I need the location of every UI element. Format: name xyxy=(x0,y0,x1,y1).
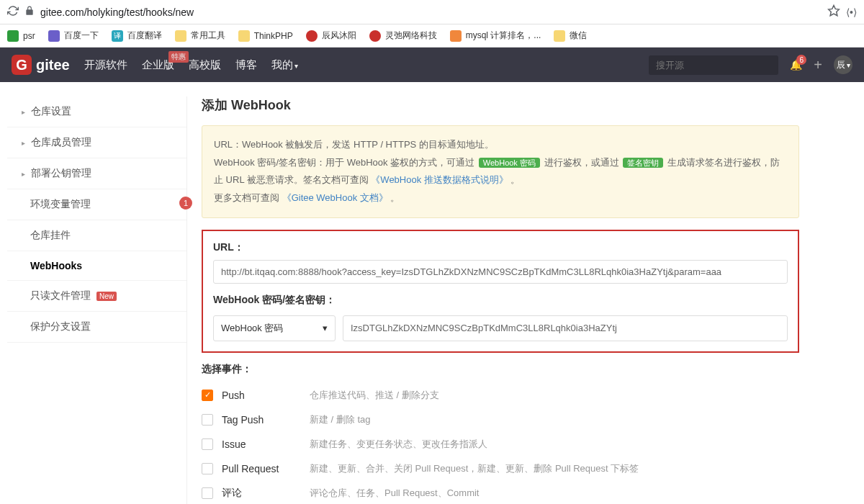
bookmark-label: mysql 计算排名，... xyxy=(466,30,541,42)
url-input[interactable] xyxy=(213,260,788,284)
bookmark-label: ThinkPHP xyxy=(254,31,293,41)
event-row-issue: Issue 新建任务、变更任务状态、更改任务指派人 xyxy=(202,432,799,456)
event-name: Pull Request xyxy=(222,463,301,474)
logo-icon: G xyxy=(12,55,32,75)
auth-type-select[interactable]: WebHook 密码 ▾ xyxy=(213,315,336,341)
sidebar-item-label: 环境变量管理 xyxy=(30,198,91,211)
info-text: 更多文档可查阅 xyxy=(214,192,282,203)
event-name: Issue xyxy=(222,438,301,450)
bookmark-item[interactable]: ThinkPHP xyxy=(238,30,293,42)
checkbox-push[interactable]: ✓ xyxy=(202,390,213,401)
reload-icon[interactable] xyxy=(7,5,19,19)
checkbox-comment[interactable] xyxy=(202,487,213,499)
logo-text: gitee xyxy=(36,57,70,73)
info-text: 。 xyxy=(510,174,520,185)
checkbox-issue[interactable] xyxy=(202,438,213,450)
webhook-password-tag: WebHook 密码 xyxy=(479,158,540,168)
logo[interactable]: G gitee xyxy=(12,55,70,75)
nav-edu[interactable]: 高校版 xyxy=(189,58,221,72)
sidebar-item-label: 仓库挂件 xyxy=(30,229,71,242)
notifications-button[interactable]: 🔔 6 xyxy=(790,59,802,71)
form-highlight-box: URL： WebHook 密码/签名密钥： WebHook 密码 ▾ xyxy=(202,230,799,353)
svg-marker-0 xyxy=(829,6,840,16)
sidebar-item-label: 仓库设置 xyxy=(31,105,71,118)
events-label: 选择事件： xyxy=(202,363,799,376)
bookmark-icon xyxy=(306,30,318,42)
nav-opensource[interactable]: 开源软件 xyxy=(84,58,127,72)
nav-mine[interactable]: 我的▾ xyxy=(271,58,298,72)
bookmark-icon: 译 xyxy=(112,30,123,42)
event-name: 评论 xyxy=(222,487,301,500)
extension-icon[interactable]: ⟨•⟩ xyxy=(846,6,857,18)
url-text[interactable]: gitee.com/holyking/test/hooks/new xyxy=(40,6,822,18)
folder-icon xyxy=(238,30,250,42)
bookmark-label: 百度翻译 xyxy=(127,30,162,42)
url-label: URL： xyxy=(213,241,788,254)
doc-link-webhook[interactable]: 《Gitee WebHook 文档》 xyxy=(282,192,388,203)
sidebar-item-members[interactable]: 仓库成员管理 xyxy=(7,127,186,158)
sidebar-item-label: 只读文件管理 xyxy=(30,289,91,302)
search-input[interactable] xyxy=(649,55,778,75)
chevron-down-icon: ▾ xyxy=(323,323,328,333)
page-title: 添加 WebHook xyxy=(202,96,799,114)
bookmark-item[interactable]: 辰风沐阳 xyxy=(306,30,356,42)
lock-icon xyxy=(24,6,35,18)
sidebar: 仓库设置 仓库成员管理 部署公钥管理 环境变量管理 1 仓库挂件 WebHook… xyxy=(7,96,187,504)
avatar-text: 辰 xyxy=(837,59,845,71)
info-text: WebHook 密码/签名密钥：用于 WebHook 鉴权的方式，可通过 xyxy=(214,157,474,168)
bookmark-item[interactable]: 译百度翻译 xyxy=(112,30,162,42)
site-header: G gitee 开源软件 企业版 特惠 高校版 博客 我的▾ 🔔 6 + 辰▾ xyxy=(0,48,864,82)
event-desc: 新建、更新、合并、关闭 Pull Request，新建、更新、删除 Pull R… xyxy=(310,462,639,475)
folder-icon xyxy=(175,30,186,42)
bookmark-item[interactable]: 微信 xyxy=(554,30,587,42)
bookmark-item[interactable]: mysql 计算排名，... xyxy=(450,30,541,42)
checkbox-tagpush[interactable] xyxy=(202,414,213,426)
sidebar-item-label: 保护分支设置 xyxy=(30,320,91,333)
bookmark-icon xyxy=(48,30,60,42)
bookmark-label: 常用工具 xyxy=(191,30,225,42)
bookmark-label: psr xyxy=(23,31,35,41)
bookmark-label: 灵弛网络科技 xyxy=(385,30,437,42)
nav-enterprise[interactable]: 企业版 特惠 xyxy=(142,58,174,72)
password-input[interactable] xyxy=(343,315,788,341)
info-text: 进行鉴权，或通过 xyxy=(544,157,619,168)
bookmarks-bar: psr 百度一下 译百度翻译 常用工具 ThinkPHP 辰风沐阳 灵弛网络科技… xyxy=(0,24,864,48)
bookmark-item[interactable]: psr xyxy=(7,30,35,42)
sidebar-item-protected-branches[interactable]: 保护分支设置 xyxy=(7,312,186,343)
event-row-push: ✓ Push 仓库推送代码、推送 / 删除分支 xyxy=(202,383,799,408)
sign-key-tag: 签名密钥 xyxy=(623,158,663,168)
bookmark-item[interactable]: 灵弛网络科技 xyxy=(369,30,437,42)
sidebar-item-deploy-keys[interactable]: 部署公钥管理 xyxy=(7,158,186,189)
sidebar-item-label: WebHooks xyxy=(30,260,82,271)
event-row-comment: 评论 评论仓库、任务、Pull Request、Commit xyxy=(202,481,799,504)
checkbox-pr[interactable] xyxy=(202,463,213,474)
nav-label: 我的 xyxy=(271,58,293,71)
sidebar-item-label: 部署公钥管理 xyxy=(31,167,91,180)
event-row-pr: Pull Request 新建、更新、合并、关闭 Pull Request，新建… xyxy=(202,456,799,481)
nav-blog[interactable]: 博客 xyxy=(235,58,257,72)
notif-count-badge: 6 xyxy=(796,55,806,65)
sidebar-item-webhooks[interactable]: WebHooks xyxy=(7,251,186,281)
bookmark-icon xyxy=(369,30,381,42)
sidebar-item-readonly-files[interactable]: 只读文件管理 New xyxy=(7,281,186,312)
password-label: WebHook 密码/签名密钥： xyxy=(213,294,788,307)
bookmark-item[interactable]: 常用工具 xyxy=(175,30,225,42)
info-line-1: URL：WebHook 被触发后，发送 HTTP / HTTPS 的目标通知地址… xyxy=(214,136,787,154)
caret-down-icon: ▾ xyxy=(847,61,850,69)
sidebar-item-env-vars[interactable]: 环境变量管理 1 xyxy=(7,189,186,220)
select-value: WebHook 密码 xyxy=(221,322,283,335)
event-desc: 仓库推送代码、推送 / 删除分支 xyxy=(310,389,439,402)
sidebar-item-repo-settings[interactable]: 仓库设置 xyxy=(7,96,186,127)
bookmark-label: 微信 xyxy=(570,30,587,42)
event-desc: 评论仓库、任务、Pull Request、Commit xyxy=(310,487,480,500)
sidebar-item-widgets[interactable]: 仓库挂件 xyxy=(7,220,186,251)
info-line-2: WebHook 密码/签名密钥：用于 WebHook 鉴权的方式，可通过 Web… xyxy=(214,154,787,189)
doc-link-format[interactable]: 《WebHook 推送数据格式说明》 xyxy=(371,174,508,185)
star-icon[interactable] xyxy=(827,4,840,19)
avatar[interactable]: 辰▾ xyxy=(834,55,852,74)
bookmark-icon xyxy=(7,30,19,42)
create-button[interactable]: + xyxy=(814,57,822,73)
bookmark-item[interactable]: 百度一下 xyxy=(48,30,99,42)
sidebar-item-label: 仓库成员管理 xyxy=(31,136,91,149)
caret-down-icon: ▾ xyxy=(294,62,298,70)
